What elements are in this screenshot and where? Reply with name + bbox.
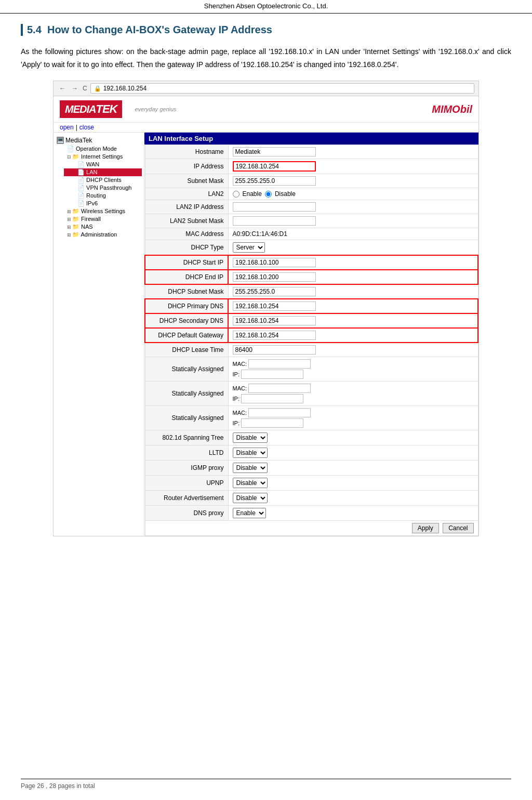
sidebar-item-wireless-settings[interactable]: ⊞📁 Wireless Settings (60, 207, 142, 215)
static-mac-input-2[interactable] (248, 384, 311, 393)
mediatek-logo: MEDIATEK everyday genius (60, 100, 177, 118)
refresh-button[interactable]: C (83, 85, 87, 92)
igmp-row: IGMP proxy Disable (145, 461, 478, 476)
lan2-disable-radio[interactable] (265, 191, 272, 198)
dhcp-subnet-input[interactable] (233, 287, 316, 296)
sidebar-item-ipv6[interactable]: 📄 IPv6 (64, 200, 142, 207)
nav-separator: | (76, 124, 77, 131)
lltd-select[interactable]: Disable (233, 448, 268, 458)
static-mac-input-3[interactable] (248, 408, 311, 417)
router-advert-value-cell: Disable (228, 491, 478, 506)
logo-tagline: everyday genius (135, 106, 176, 112)
doc-icon2: 📄 (77, 161, 85, 167)
subnet-mask-input[interactable] (233, 176, 316, 186)
lan2-ip-label: LAN2 IP Address (145, 200, 228, 214)
nav-close-link[interactable]: close (79, 124, 94, 131)
sidebar-item-mediatek[interactable]: 💻 MediaTek (56, 136, 142, 145)
sidebar-item-nas[interactable]: ⊞📁 NAS (60, 223, 142, 231)
address-bar[interactable]: 🔒 192.168.10.254 (90, 83, 474, 94)
lan2-row: LAN2 Enable Disable (145, 188, 478, 200)
sidebar-item-internet-settings[interactable]: ⊟📁 Internet Settings (60, 153, 142, 161)
dhcp-end-ip-input[interactable] (233, 272, 316, 282)
igmp-select[interactable]: Disable (233, 463, 268, 473)
sidebar-item-dhcp-clients[interactable]: 📄 DHCP Clients (64, 176, 142, 184)
spanning-tree-label: 802.1d Spanning Tree (145, 430, 228, 445)
static-assigned-fields-2: MAC: IP: (233, 384, 474, 403)
static-assigned-row-3: Statically Assigned MAC: IP: (145, 406, 478, 430)
sidebar-item-operation-mode[interactable]: 📄 Operation Mode (60, 145, 142, 153)
dhcp-default-gw-row: DHCP Default Gateway (145, 328, 478, 343)
dhcp-start-ip-value-cell (228, 255, 478, 270)
sidebar-item-vpn[interactable]: 📄 VPN Passthrough (64, 184, 142, 192)
static-ip-input-1[interactable] (241, 370, 303, 379)
section-title: 5.4 How to Change AI-BOX's Gateway IP Ad… (21, 24, 511, 36)
browser-mockup: ← → C 🔒 192.168.10.254 MEDIATEK everyday… (53, 81, 479, 536)
doc-icon4: 📄 (77, 177, 85, 183)
dhcp-type-label: DHCP Type (145, 240, 228, 256)
lan-form-table: Hostname IP Address (144, 145, 478, 536)
lan2-enable-radio[interactable] (233, 191, 240, 198)
doc-icon3: 📄 (77, 169, 85, 175)
hostname-value-cell (228, 145, 478, 159)
static-assigned-label-3: Statically Assigned (145, 406, 228, 430)
lan2-ip-input[interactable] (233, 202, 316, 212)
buttons-cell: Apply Cancel (145, 521, 478, 536)
hostname-row: Hostname (145, 145, 478, 159)
dhcp-start-ip-input[interactable] (233, 258, 316, 267)
static-assigned-row-2: Statically Assigned MAC: IP: (145, 382, 478, 406)
expand-icon1: ⊟ (67, 154, 71, 160)
subnet-mask-row: Subnet Mask (145, 174, 478, 188)
ip-address-input[interactable] (233, 161, 316, 172)
back-button[interactable]: ← (58, 85, 67, 92)
dhcp-subnet-row: DHCP Subnet Mask (145, 284, 478, 299)
static-ip-input-2[interactable] (241, 394, 303, 403)
doc-icon7: 📄 (77, 200, 85, 206)
static-assigned-cell-2: MAC: IP: (228, 382, 478, 406)
expand-icon3: ⊞ (67, 217, 71, 222)
lan2-label: LAN2 (145, 188, 228, 200)
static-ip-row-2: IP: (233, 394, 474, 403)
router-ui: MEDIATEK everyday genius MIMObil open | … (54, 96, 478, 536)
lan2-subnet-label: LAN2 Subnet Mask (145, 214, 228, 228)
main-content: LAN Interface Setup Hostname (144, 133, 478, 536)
address-text: 192.168.10.254 (103, 85, 147, 92)
spanning-tree-select[interactable]: Disable (233, 432, 268, 443)
static-ip-input-3[interactable] (241, 418, 303, 428)
dhcp-primary-dns-label: DHCP Primary DNS (145, 299, 228, 313)
dhcp-lease-time-label: DHCP Lease Time (145, 343, 228, 357)
static-ip-label-3: IP: (233, 420, 240, 426)
upnp-select[interactable]: Disable (233, 478, 268, 488)
hostname-input[interactable] (233, 147, 316, 156)
nav-open-link[interactable]: open (60, 124, 74, 131)
lan2-subnet-input[interactable] (233, 216, 316, 226)
static-assigned-row-1: Statically Assigned MAC: IP: (145, 357, 478, 382)
buttons-row: Apply Cancel (145, 521, 478, 536)
folder-icon5: 📁 (72, 231, 79, 238)
dhcp-default-gw-input[interactable] (233, 331, 316, 340)
sidebar-item-lan[interactable]: 📄 LAN (64, 168, 142, 176)
dhcp-secondary-dns-input[interactable] (233, 316, 316, 325)
dhcp-type-select[interactable]: Server (233, 242, 265, 253)
doc-icon6: 📄 (77, 192, 85, 199)
static-mac-label-1: MAC: (233, 361, 247, 367)
folder-icon4: 📁 (72, 224, 79, 230)
page-header: Shenzhen Absen Optoelectronic Co., Ltd. (0, 0, 532, 14)
cancel-button[interactable]: Cancel (443, 523, 473, 533)
dns-proxy-select[interactable]: Enable (233, 508, 266, 518)
subnet-mask-label: Subnet Mask (145, 174, 228, 188)
static-mac-input-1[interactable] (248, 359, 311, 369)
forward-button[interactable]: → (70, 85, 79, 92)
dhcp-secondary-dns-row: DHCP Secondary DNS (145, 313, 478, 328)
mac-address-row: MAC Address A0:9D:C1:1A:46:D1 (145, 228, 478, 240)
dhcp-lease-time-input[interactable] (233, 345, 316, 355)
sidebar-item-administration[interactable]: ⊞📁 Administration (60, 231, 142, 239)
sidebar-item-firewall[interactable]: ⊞📁 Firewall (60, 215, 142, 223)
router-advert-select[interactable]: Disable (233, 493, 268, 503)
dhcp-secondary-dns-label: DHCP Secondary DNS (145, 313, 228, 328)
igmp-label: IGMP proxy (145, 461, 228, 476)
sidebar-item-routing[interactable]: 📄 Routing (64, 192, 142, 200)
sidebar-item-wan[interactable]: 📄 WAN (64, 161, 142, 168)
apply-button[interactable]: Apply (412, 523, 439, 533)
company-name: Shenzhen Absen Optoelectronic Co., Ltd. (204, 2, 328, 10)
dhcp-primary-dns-input[interactable] (233, 301, 316, 311)
